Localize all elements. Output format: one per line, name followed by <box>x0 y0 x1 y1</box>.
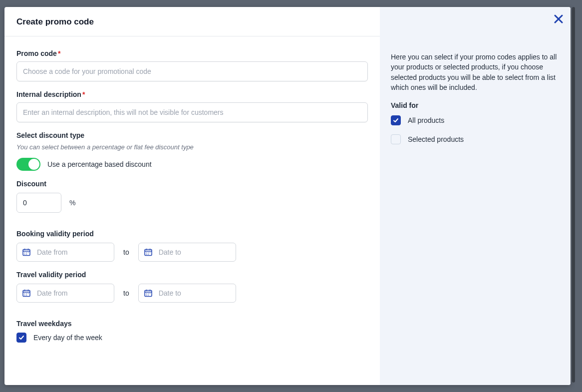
discount-field: Discount % <box>16 180 368 213</box>
close-icon <box>554 14 563 23</box>
discount-type-label: Select discount type <box>16 131 368 139</box>
modal-body: Promo code* Internal description* Select… <box>4 36 380 385</box>
side-panel: Here you can select if your promo codes … <box>380 7 571 385</box>
required-marker: * <box>82 90 85 98</box>
all-products-row: All products <box>391 115 560 125</box>
travel-weekdays-label: Travel weekdays <box>16 320 368 328</box>
modal-header: Create promo code <box>4 7 380 36</box>
every-day-checkbox[interactable] <box>16 333 26 343</box>
all-products-label: All products <box>408 116 444 124</box>
page-scrollbar[interactable] <box>572 7 575 383</box>
discount-row: % <box>16 193 368 213</box>
discount-type-field: Select discount type You can select betw… <box>16 131 368 171</box>
discount-label: Discount <box>16 180 368 188</box>
booking-to-label: to <box>123 248 129 256</box>
main-panel: Create promo code Promo code* Internal d… <box>4 7 380 385</box>
internal-desc-label-text: Internal description <box>16 90 81 98</box>
travel-validity-field: Travel validity period to <box>16 271 368 303</box>
modal-title: Create promo code <box>16 17 368 27</box>
travel-validity-row: to <box>16 284 368 303</box>
discount-input[interactable] <box>16 193 61 213</box>
internal-desc-input[interactable] <box>16 102 368 122</box>
booking-validity-label: Booking validity period <box>16 230 368 238</box>
all-products-checkbox[interactable] <box>391 115 401 125</box>
percentage-toggle[interactable] <box>16 158 40 171</box>
selected-products-label: Selected products <box>408 135 464 143</box>
check-icon <box>393 117 399 123</box>
every-day-row: Every day of the week <box>16 333 368 343</box>
side-description: Here you can select if your promo codes … <box>391 52 560 92</box>
travel-from-wrap <box>16 284 114 303</box>
discount-unit: % <box>69 199 75 207</box>
close-button[interactable] <box>553 13 565 25</box>
promo-code-field: Promo code* <box>16 49 368 81</box>
toggle-knob <box>28 159 39 170</box>
selected-products-row: Selected products <box>391 134 560 144</box>
booking-validity-row: to <box>16 243 368 262</box>
valid-for-label: Valid for <box>391 101 560 109</box>
promo-code-label: Promo code* <box>16 49 368 57</box>
required-marker: * <box>58 49 60 57</box>
travel-to-wrap <box>138 284 236 303</box>
booking-to-wrap <box>138 243 236 262</box>
selected-products-checkbox[interactable] <box>391 134 401 144</box>
travel-validity-label: Travel validity period <box>16 271 368 279</box>
travel-to-input[interactable] <box>138 284 236 303</box>
booking-from-wrap <box>16 243 114 262</box>
booking-validity-field: Booking validity period to <box>16 230 368 262</box>
percentage-toggle-label: Use a percentage based discount <box>47 160 152 168</box>
create-promo-modal: Create promo code Promo code* Internal d… <box>4 7 571 385</box>
booking-from-input[interactable] <box>16 243 114 262</box>
promo-code-input[interactable] <box>16 61 368 81</box>
internal-desc-field: Internal description* <box>16 90 368 122</box>
discount-type-toggle-row: Use a percentage based discount <box>16 158 368 171</box>
promo-code-label-text: Promo code <box>16 49 57 57</box>
check-icon <box>18 335 24 341</box>
every-day-label: Every day of the week <box>33 334 102 342</box>
travel-from-input[interactable] <box>16 284 114 303</box>
discount-type-hint: You can select between a percentage or f… <box>16 143 368 151</box>
internal-desc-label: Internal description* <box>16 90 368 98</box>
booking-to-input[interactable] <box>138 243 236 262</box>
travel-to-label: to <box>123 289 129 297</box>
travel-weekdays-field: Travel weekdays Every day of the week <box>16 320 368 343</box>
